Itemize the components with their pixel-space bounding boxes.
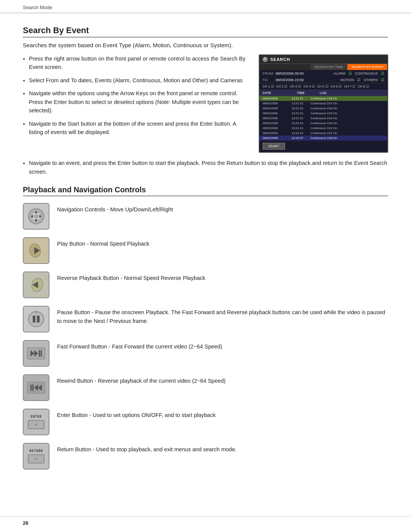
play-icon bbox=[23, 237, 49, 264]
page-footer: 26 bbox=[23, 520, 28, 526]
svg-rect-13 bbox=[37, 316, 40, 323]
rewind-control-desc: Rewind Button - Reverse playback of the … bbox=[57, 374, 388, 385]
control-item-pause: II Pause Button - Pause the onscreen Pla… bbox=[23, 306, 388, 332]
control-list: Navigation Controls - Move Up/Down/Left/… bbox=[23, 203, 388, 470]
ss-title: SEARCH bbox=[270, 57, 290, 62]
control-item-play: Play Button - Normal Speed Playback bbox=[23, 237, 388, 264]
control-item-nav: Navigation Controls - Move Up/Down/Left/… bbox=[23, 203, 388, 230]
ss-table-header: DATE TIME LOG bbox=[260, 90, 387, 96]
last-bullet-item: Navigate to an event, and press the Ente… bbox=[29, 159, 388, 176]
list-item: Press the right arrow button on the fron… bbox=[29, 54, 248, 72]
tab-by-time: SEARCH BY TIME bbox=[311, 64, 347, 70]
ss-continuous-label: CONTINUOUS bbox=[355, 72, 378, 75]
rewind-icon bbox=[23, 374, 49, 401]
ss-ch2: CH 2 ☑ bbox=[276, 85, 288, 88]
fast-forward-icon bbox=[23, 340, 49, 367]
header-divider bbox=[0, 13, 411, 13]
breadcrumb: Search Mode bbox=[23, 5, 52, 10]
ss-data-row: 08/03/2006 13:21:01 Continuous Ch3 On bbox=[260, 121, 387, 126]
ss-data-row: 08/03/2006 13:15:07 Continuous Ch8 On bbox=[260, 136, 387, 141]
ss-start-btn-container: START bbox=[260, 141, 387, 152]
ss-ch7: CH 7 ☑ bbox=[344, 85, 355, 88]
page-content: Search By Event Searches the system base… bbox=[0, 16, 411, 492]
ss-alarm-check: ALARM ☑ CONTINUOUS ☑ bbox=[333, 71, 384, 75]
section2-title: Playback and Navigation Controls bbox=[23, 185, 388, 196]
ff-control-desc: Fast Forward Button - Fast Forward the c… bbox=[57, 340, 388, 351]
ss-col-log: LOG bbox=[320, 91, 384, 95]
control-item-rewind: Rewind Button - Reverse playback of the … bbox=[23, 374, 388, 401]
list-item: Navigate within the options using the Ar… bbox=[29, 89, 248, 115]
ss-from-value: 08/03/2006 00:00 bbox=[276, 71, 330, 75]
control-item-return: RETURN ↩ Return Button - Used to stop pl… bbox=[23, 443, 388, 470]
svg-rect-21 bbox=[30, 385, 32, 391]
ss-data-row: 08/03/2006 13:21:01 Continuous Ch2 On bbox=[260, 126, 387, 131]
svg-point-6 bbox=[34, 214, 38, 218]
ss-from-row: FROM 08/03/2006 00:00 ALARM ☑ CONTINUOUS… bbox=[260, 70, 387, 77]
page-number: 26 bbox=[23, 520, 28, 526]
ss-ch8: CH 8 ☑ bbox=[358, 85, 369, 88]
nav-control-desc: Navigation Controls - Move Up/Down/Left/… bbox=[57, 203, 388, 214]
ss-data-row: 08/03/2006 13:21:01 Continuous Ch5 On bbox=[260, 111, 387, 116]
tab-by-event: SEARCH BY EVENT bbox=[347, 64, 387, 70]
control-item-reverse: Reverse Playback Button - Normal Speed R… bbox=[23, 272, 388, 298]
ss-data-row: 08/03/2006 13:21:01 Continuous Ch7 On bbox=[260, 101, 387, 106]
ss-channels: CH 1 ☑ CH 2 ☑ CH 3 ☑ CH 4 ☑ CH 5 ☑ CH 6 … bbox=[260, 83, 387, 90]
control-item-ff: Fast Forward Button - Fast Forward the c… bbox=[23, 340, 388, 367]
ss-data-row: 08/03/2006 13:21:01 Continuous Ch6 On bbox=[260, 106, 387, 111]
ss-col-date: DATE bbox=[263, 91, 293, 95]
ss-ch1: CH 1 ☑ bbox=[263, 85, 274, 88]
ss-to-label: TO bbox=[263, 78, 272, 82]
page-header: Search Mode bbox=[0, 0, 411, 13]
enter-control-desc: Enter Button - Used to set options ON/OF… bbox=[57, 409, 388, 419]
navigation-icon bbox=[23, 203, 49, 230]
two-col-layout: Press the right arrow button on the fron… bbox=[23, 54, 388, 153]
pause-icon: II bbox=[23, 306, 49, 332]
svg-rect-12 bbox=[33, 316, 35, 323]
play-control-desc: Play Button - Normal Speed Playback bbox=[57, 237, 388, 248]
section1-description: Searches the system based on Event Type … bbox=[23, 42, 388, 48]
ss-data-row: 08/03/2006 13:21:01 Continuous Ch4 On bbox=[260, 116, 387, 121]
list-item: Navigate to the Start button at the bott… bbox=[29, 120, 248, 137]
ss-data-row: 08/03/2006 13:21:01 Continuous Ch8 On bbox=[260, 96, 387, 101]
reverse-icon bbox=[23, 272, 49, 298]
ss-ch3: CH 3 ☑ bbox=[290, 85, 301, 88]
ss-ch4: CH 4 ☑ bbox=[303, 85, 315, 88]
ss-ch5: CH 5 ☑ bbox=[317, 85, 328, 88]
ss-data-row: 08/03/2006 13:21:01 Continuous Ch1 On bbox=[260, 131, 387, 136]
svg-rect-22 bbox=[32, 385, 33, 391]
ss-start-button: START bbox=[263, 143, 285, 150]
list-item: Select From and To dates, Events (Alarm,… bbox=[29, 76, 248, 85]
ss-ch6: CH 6 ☑ bbox=[331, 85, 342, 88]
ss-motion-label: MOTION bbox=[340, 78, 354, 82]
reverse-control-desc: Reverse Playback Button - Normal Speed R… bbox=[57, 272, 388, 282]
enter-icon: ENTER ↵ bbox=[23, 409, 49, 435]
return-icon: RETURN ↩ bbox=[23, 443, 49, 470]
pause-control-desc: Pause Button - Pause the onscreen Playba… bbox=[57, 306, 388, 325]
bullet-list: Press the right arrow button on the fron… bbox=[23, 54, 248, 153]
svg-text:II: II bbox=[35, 311, 37, 314]
ss-to-value: 08/03/2006 23:59 bbox=[276, 78, 337, 82]
search-title-icon: 🔍 bbox=[263, 57, 268, 62]
last-bullet-text: Navigate to an event, and press the Ente… bbox=[29, 160, 387, 175]
control-item-enter: ENTER ↵ Enter Button - Used to set optio… bbox=[23, 409, 388, 435]
search-screenshot: 🔍 SEARCH SEARCH BY TIME SEARCH BY EVENT … bbox=[259, 54, 388, 153]
svg-rect-19 bbox=[41, 350, 42, 357]
last-bullet-list: Navigate to an event, and press the Ente… bbox=[23, 159, 388, 176]
ss-others-label: OTHERS bbox=[363, 78, 378, 82]
ss-alarm-label: ALARM bbox=[333, 72, 345, 75]
ss-from-label: FROM bbox=[263, 71, 272, 75]
ss-to-row: TO 08/03/2006 23:59 MOTION ☑ OTHERS ☑ bbox=[260, 77, 387, 83]
footer-divider bbox=[0, 516, 411, 517]
section1-title: Search By Event bbox=[23, 26, 388, 37]
ss-col-time: TIME bbox=[297, 91, 316, 95]
return-control-desc: Return Button - Used to stop playback, a… bbox=[57, 443, 388, 454]
svg-rect-18 bbox=[39, 350, 40, 357]
ss-motion-check: MOTION ☑ OTHERS ☑ bbox=[340, 78, 384, 82]
ss-titlebar: 🔍 SEARCH bbox=[260, 55, 387, 64]
ss-tabs: SEARCH BY TIME SEARCH BY EVENT bbox=[260, 64, 387, 70]
